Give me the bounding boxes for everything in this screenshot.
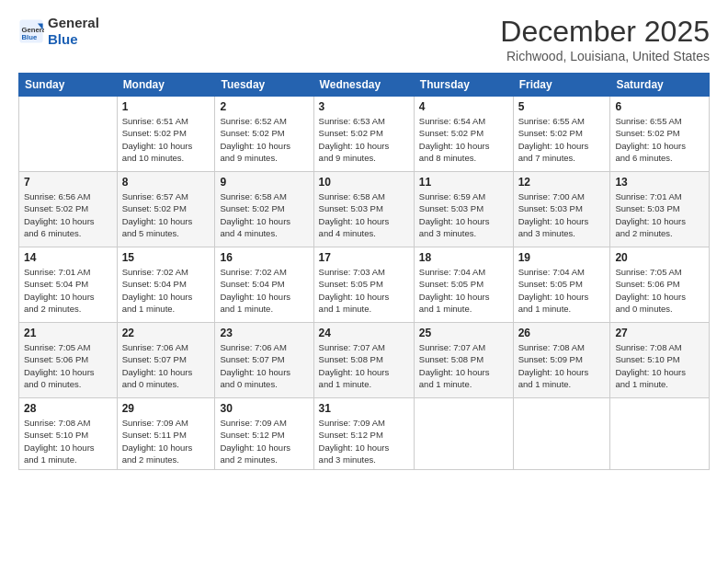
day-number: 2 [220,100,308,113]
day-info: Sunrise: 6:55 AMSunset: 5:02 PMDaylight:… [615,115,704,164]
day-number: 31 [319,402,409,415]
header-sunday: Sunday [19,74,118,97]
table-row: 16Sunrise: 7:02 AMSunset: 5:04 PMDayligh… [215,247,313,323]
table-row: 21Sunrise: 7:05 AMSunset: 5:06 PMDayligh… [19,323,118,398]
table-row: 23Sunrise: 7:06 AMSunset: 5:07 PMDayligh… [215,323,313,398]
header-monday: Monday [117,74,215,97]
header-friday: Friday [513,74,610,97]
table-row: 5Sunrise: 6:55 AMSunset: 5:02 PMDaylight… [513,97,610,172]
table-row: 3Sunrise: 6:53 AMSunset: 5:02 PMDaylight… [313,97,414,172]
day-number: 14 [24,251,112,264]
table-row: 30Sunrise: 7:09 AMSunset: 5:12 PMDayligh… [215,398,313,470]
day-info: Sunrise: 6:58 AMSunset: 5:03 PMDaylight:… [319,190,409,239]
day-number: 30 [220,402,308,415]
day-number: 4 [419,100,508,113]
day-number: 7 [24,176,112,189]
day-info: Sunrise: 7:01 AMSunset: 5:03 PMDaylight:… [615,190,704,239]
title-block: December 2025 Richwood, Louisiana, Unite… [500,15,710,63]
table-row: 22Sunrise: 7:06 AMSunset: 5:07 PMDayligh… [117,323,215,398]
day-number: 24 [319,327,409,339]
day-number: 27 [615,327,704,339]
day-info: Sunrise: 6:54 AMSunset: 5:02 PMDaylight:… [419,115,508,164]
day-info: Sunrise: 7:00 AMSunset: 5:03 PMDaylight:… [518,190,606,239]
logo-blue: Blue [48,31,78,47]
day-info: Sunrise: 7:06 AMSunset: 5:07 PMDaylight:… [122,341,210,390]
day-info: Sunrise: 7:07 AMSunset: 5:08 PMDaylight:… [319,341,409,390]
table-row: 19Sunrise: 7:04 AMSunset: 5:05 PMDayligh… [513,247,610,323]
header: General Blue General Blue December 2025 … [18,15,710,63]
day-info: Sunrise: 7:09 AMSunset: 5:12 PMDaylight:… [319,417,409,465]
table-row: 26Sunrise: 7:08 AMSunset: 5:09 PMDayligh… [513,323,610,398]
day-info: Sunrise: 6:53 AMSunset: 5:02 PMDaylight:… [319,115,409,164]
day-info: Sunrise: 7:02 AMSunset: 5:04 PMDaylight:… [122,266,210,315]
day-number: 23 [220,327,308,339]
day-info: Sunrise: 7:02 AMSunset: 5:04 PMDaylight:… [220,266,308,315]
day-info: Sunrise: 7:09 AMSunset: 5:11 PMDaylight:… [122,417,210,465]
day-info: Sunrise: 7:06 AMSunset: 5:07 PMDaylight:… [220,341,308,390]
table-row: 6Sunrise: 6:55 AMSunset: 5:02 PMDaylight… [610,97,710,172]
day-number: 13 [615,176,704,189]
calendar-week-row: 14Sunrise: 7:01 AMSunset: 5:04 PMDayligh… [19,247,710,323]
day-number: 18 [419,251,508,264]
header-saturday: Saturday [610,74,710,97]
table-row: 11Sunrise: 6:59 AMSunset: 5:03 PMDayligh… [414,172,513,247]
day-number: 10 [319,176,409,189]
logo-icon: General Blue [18,18,44,44]
table-row: 17Sunrise: 7:03 AMSunset: 5:05 PMDayligh… [313,247,414,323]
header-tuesday: Tuesday [215,74,313,97]
table-row: 18Sunrise: 7:04 AMSunset: 5:05 PMDayligh… [414,247,513,323]
table-row: 7Sunrise: 6:56 AMSunset: 5:02 PMDaylight… [19,172,118,247]
table-row: 8Sunrise: 6:57 AMSunset: 5:02 PMDaylight… [117,172,215,247]
day-number: 5 [518,100,606,113]
day-info: Sunrise: 7:08 AMSunset: 5:10 PMDaylight:… [24,417,112,465]
calendar-week-row: 28Sunrise: 7:08 AMSunset: 5:10 PMDayligh… [19,398,710,470]
logo-text: General Blue [48,15,99,48]
day-info: Sunrise: 7:07 AMSunset: 5:08 PMDaylight:… [419,341,508,390]
day-number: 1 [122,100,210,113]
table-row: 24Sunrise: 7:07 AMSunset: 5:08 PMDayligh… [313,323,414,398]
table-row [610,398,710,470]
day-info: Sunrise: 7:04 AMSunset: 5:05 PMDaylight:… [419,266,508,315]
calendar-week-row: 1Sunrise: 6:51 AMSunset: 5:02 PMDaylight… [19,97,710,172]
day-info: Sunrise: 6:56 AMSunset: 5:02 PMDaylight:… [24,190,112,239]
day-info: Sunrise: 7:08 AMSunset: 5:10 PMDaylight:… [615,341,704,390]
day-info: Sunrise: 7:03 AMSunset: 5:05 PMDaylight:… [319,266,409,315]
day-info: Sunrise: 7:08 AMSunset: 5:09 PMDaylight:… [518,341,606,390]
calendar-week-row: 7Sunrise: 6:56 AMSunset: 5:02 PMDaylight… [19,172,710,247]
logo-general: General [48,15,99,30]
day-info: Sunrise: 6:59 AMSunset: 5:03 PMDaylight:… [419,190,508,239]
day-number: 15 [122,251,210,264]
table-row [414,398,513,470]
day-info: Sunrise: 6:52 AMSunset: 5:02 PMDaylight:… [220,115,308,164]
day-number: 29 [122,402,210,415]
day-number: 21 [24,327,112,339]
day-number: 22 [122,327,210,339]
calendar-week-row: 21Sunrise: 7:05 AMSunset: 5:06 PMDayligh… [19,323,710,398]
day-info: Sunrise: 7:05 AMSunset: 5:06 PMDaylight:… [24,341,112,390]
logo: General Blue General Blue [18,15,99,48]
location: Richwood, Louisiana, United States [500,49,710,63]
header-thursday: Thursday [414,74,513,97]
svg-text:Blue: Blue [22,33,38,41]
table-row: 28Sunrise: 7:08 AMSunset: 5:10 PMDayligh… [19,398,118,470]
table-row: 20Sunrise: 7:05 AMSunset: 5:06 PMDayligh… [610,247,710,323]
weekday-header-row: Sunday Monday Tuesday Wednesday Thursday… [19,74,710,97]
day-info: Sunrise: 6:58 AMSunset: 5:02 PMDaylight:… [220,190,308,239]
table-row: 10Sunrise: 6:58 AMSunset: 5:03 PMDayligh… [313,172,414,247]
table-row: 31Sunrise: 7:09 AMSunset: 5:12 PMDayligh… [313,398,414,470]
day-number: 28 [24,402,112,415]
day-number: 12 [518,176,606,189]
day-info: Sunrise: 6:55 AMSunset: 5:02 PMDaylight:… [518,115,606,164]
page: General Blue General Blue December 2025 … [0,0,728,563]
day-info: Sunrise: 6:51 AMSunset: 5:02 PMDaylight:… [122,115,210,164]
day-number: 3 [319,100,409,113]
day-number: 20 [615,251,704,264]
header-wednesday: Wednesday [313,74,414,97]
day-number: 9 [220,176,308,189]
table-row: 12Sunrise: 7:00 AMSunset: 5:03 PMDayligh… [513,172,610,247]
table-row: 4Sunrise: 6:54 AMSunset: 5:02 PMDaylight… [414,97,513,172]
day-number: 16 [220,251,308,264]
table-row: 13Sunrise: 7:01 AMSunset: 5:03 PMDayligh… [610,172,710,247]
day-info: Sunrise: 7:05 AMSunset: 5:06 PMDaylight:… [615,266,704,315]
table-row: 29Sunrise: 7:09 AMSunset: 5:11 PMDayligh… [117,398,215,470]
